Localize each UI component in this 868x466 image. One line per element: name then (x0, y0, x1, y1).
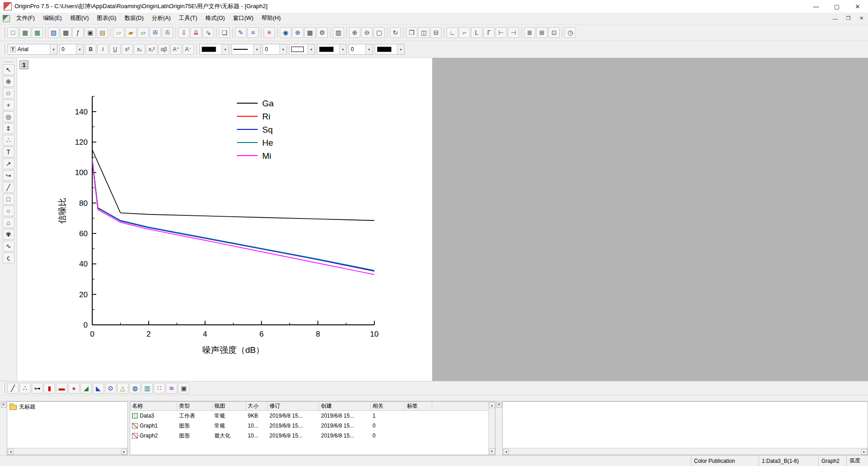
zoom-in-tool[interactable]: ⊕ (3, 76, 14, 87)
line-tool[interactable]: ╱ (3, 182, 14, 193)
freehand-tool[interactable]: ς (3, 252, 14, 263)
open-template-button[interactable]: ▰ (125, 27, 137, 38)
save-project-button[interactable]: ✇ (150, 27, 161, 38)
child-close-button[interactable]: ✕ (855, 14, 868, 24)
code-builder-button[interactable]: ✎ (235, 27, 246, 38)
column-header-size[interactable]: 大小 (246, 402, 268, 410)
new-matrix-button[interactable]: ▩ (60, 27, 71, 38)
column-header-created[interactable]: 创建 (319, 402, 371, 410)
new-graph-button[interactable]: ▨ (48, 27, 59, 38)
column-header-type[interactable]: 类型 (177, 402, 212, 410)
italic-button[interactable]: I (97, 44, 108, 55)
graph-wizard-button[interactable]: ✳ (264, 27, 275, 38)
tree-horizontal-scrollbar[interactable]: ◄ ► (7, 448, 127, 455)
stack-graph-button[interactable]: ≋ (166, 383, 177, 394)
scroll-right-icon[interactable]: ► (121, 449, 127, 455)
dropdown-arrow-icon[interactable]: ▼ (76, 44, 83, 54)
pattern-width-combo[interactable]: 0▼ (349, 44, 373, 55)
menu-data[interactable]: 数据(D) (120, 13, 147, 24)
new-top-x-right-y-layer-button[interactable]: ⌐ (459, 27, 470, 38)
menu-file[interactable]: 文件(F) (12, 13, 39, 24)
dropdown-arrow-icon[interactable]: ▼ (279, 44, 287, 54)
table-vertical-scrollbar[interactable]: ▲ ▼ (488, 402, 495, 455)
dropdown-arrow-icon[interactable]: ▼ (253, 44, 260, 54)
screen-reader-tool[interactable]: + (3, 100, 14, 110)
column-header-label[interactable]: 标签 (405, 402, 432, 410)
open-button[interactable]: ▱ (113, 27, 124, 38)
toolbar-grip[interactable] (3, 383, 5, 393)
new-notes-button[interactable]: ▤ (97, 27, 108, 38)
underline-button[interactable]: U (109, 44, 121, 55)
zoom-out-button[interactable]: ⊖ (361, 27, 373, 38)
script-window-button[interactable]: ≡ (247, 27, 259, 38)
dropdown-arrow-icon[interactable]: ▼ (222, 44, 229, 54)
rectangle-tool[interactable]: □ (3, 194, 14, 204)
fill-area-graph-button[interactable]: ◣ (93, 383, 104, 394)
print-button[interactable]: ❏ (219, 27, 230, 38)
data-reader-tool[interactable]: ◎ (3, 111, 14, 122)
project-explorer-close-button[interactable]: ✕ (1, 402, 6, 408)
split-vertical-button[interactable]: ⊟ (430, 27, 442, 38)
dropdown-arrow-icon[interactable]: ▼ (307, 44, 315, 54)
increase-font-button[interactable]: A⁺ (170, 44, 182, 55)
scroll-left-icon[interactable]: ◄ (503, 449, 509, 455)
data-selector-tool[interactable]: ⇕ (3, 123, 14, 134)
dropdown-arrow-icon[interactable]: ▼ (397, 44, 404, 54)
child-restore-button[interactable]: ❐ (842, 14, 855, 24)
line-style-combo[interactable]: ▼ (231, 44, 261, 55)
column-header-related[interactable]: 相关 (371, 402, 405, 410)
menu-graph[interactable]: 图表(G) (93, 13, 120, 24)
scroll-up-icon[interactable]: ▲ (489, 402, 495, 408)
column-graph-button[interactable]: ▮ (44, 383, 55, 394)
new-excel-button[interactable]: ▦ (32, 27, 43, 38)
results-log-content[interactable] (503, 402, 868, 448)
dropdown-arrow-icon[interactable]: ▼ (365, 44, 373, 54)
dropdown-arrow-icon[interactable]: ▼ (339, 44, 346, 54)
new-function-button[interactable]: ƒ (72, 27, 84, 38)
project-explorer-button[interactable]: ▦ (304, 27, 316, 38)
zoom-out-tool[interactable]: ⊖ (3, 88, 14, 99)
close-button[interactable]: ✕ (847, 0, 868, 13)
extract-layer-button[interactable]: ⊣ (508, 27, 519, 38)
curved-arrow-tool[interactable]: ↪ (3, 170, 14, 181)
new-inset-layer-button[interactable]: Γ (483, 27, 495, 38)
split-horizontal-button[interactable]: ◫ (418, 27, 429, 38)
arrow-tool[interactable]: ↗ (3, 158, 14, 169)
menu-format[interactable]: 格式(O) (201, 13, 229, 24)
histogram-button[interactable]: ▥ (142, 383, 153, 394)
data-display-button[interactable]: ▥ (333, 27, 344, 38)
bar-graph-button[interactable]: ▬ (56, 383, 67, 394)
ellipse-tool[interactable]: ○ (3, 205, 14, 216)
results-horizontal-scrollbar[interactable]: ◄ ► (503, 448, 868, 455)
column-header-view[interactable]: 视图 (212, 402, 246, 410)
border-style-combo[interactable]: ▼ (289, 44, 315, 55)
new-project-button[interactable]: □ (7, 27, 19, 38)
super-subscript-button[interactable]: x₁² (146, 44, 157, 55)
scroll-right-icon[interactable]: ► (861, 449, 867, 455)
template-button[interactable]: ▣ (178, 383, 189, 394)
new-bottom-x-left-y-layer-button[interactable]: ∟ (447, 27, 458, 38)
scroll-down-icon[interactable]: ▼ (489, 448, 495, 454)
open-excel-button[interactable]: ▱ (137, 27, 149, 38)
menu-help[interactable]: 帮助(H) (258, 13, 285, 24)
menu-view[interactable]: 视图(V) (66, 13, 93, 24)
region-tool[interactable]: ✾ (3, 229, 14, 240)
import-wizard-button[interactable]: ⇘ (203, 27, 214, 38)
duplicate-window-button[interactable]: ❐ (406, 27, 417, 38)
column-header-modified[interactable]: 修订 (268, 402, 319, 410)
scroll-left-icon[interactable]: ◄ (8, 449, 14, 455)
table-row[interactable]: Data3工作表常规9KB2019/6/8 15...2019/6/8 15..… (130, 411, 488, 421)
font-family-combo[interactable]: TArial▼ (8, 44, 57, 55)
draw-data-tool[interactable]: ∴ (3, 135, 14, 146)
new-right-y-layer-button[interactable]: L (471, 27, 482, 38)
whole-page-button[interactable]: ▢ (373, 27, 385, 38)
greek-button[interactable]: αβ (158, 44, 170, 55)
extract-to-graphs-button[interactable]: ⊡ (548, 27, 560, 38)
find-button[interactable]: ⊕ (292, 27, 303, 38)
minimize-button[interactable]: — (806, 0, 826, 13)
polar-graph-button[interactable]: ⊙ (105, 383, 116, 394)
graph-page[interactable]: 1 0246810020406080100120140GaRiSqHeMi噪声强… (17, 58, 432, 381)
tree-item-root[interactable]: 无标题 (8, 403, 127, 411)
dropdown-arrow-icon[interactable]: ▼ (50, 44, 57, 54)
results-log-close-button[interactable]: ✕ (496, 402, 502, 408)
